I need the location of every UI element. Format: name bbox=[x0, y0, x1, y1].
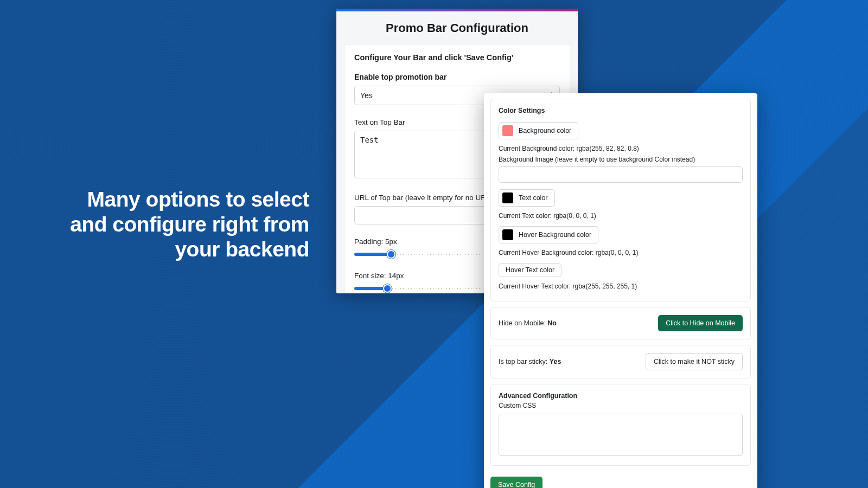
enable-select-value: Yes bbox=[360, 91, 373, 100]
config-instructions: Configure Your Bar and click 'Save Confi… bbox=[354, 53, 560, 62]
custom-css-label: Custom CSS bbox=[499, 402, 743, 409]
hide-mobile-button[interactable]: Click to Hide on Mobile bbox=[658, 315, 743, 331]
text-color-button[interactable]: Text color bbox=[499, 189, 555, 207]
background-image-label: Background Image (leave it empty to use … bbox=[499, 156, 743, 163]
hover-bg-color-button[interactable]: Hover Background color bbox=[499, 226, 598, 243]
enable-label: Enable top promotion bar bbox=[354, 73, 560, 81]
hover-text-color-button-label: Hover Text color bbox=[506, 266, 554, 274]
swatch-icon bbox=[502, 125, 513, 136]
text-color-current: Current Text color: rgba(0, 0, 0, 1) bbox=[499, 212, 743, 220]
save-button[interactable]: Save Config bbox=[490, 477, 542, 488]
swatch-icon bbox=[502, 229, 513, 240]
color-settings-title: Color Settings bbox=[499, 107, 743, 114]
page-title: Promo Bar Configuration bbox=[336, 11, 578, 44]
hide-mobile-label: Hide on Mobile: No bbox=[499, 319, 557, 327]
hover-bg-color-current: Current Hover Background color: rgba(0, … bbox=[499, 249, 743, 256]
hover-bg-color-button-label: Hover Background color bbox=[519, 231, 591, 239]
advanced-title: Advanced Configuration bbox=[499, 392, 743, 400]
custom-css-input[interactable] bbox=[499, 414, 743, 456]
background-color-current: Current Background color: rgba(255, 82, … bbox=[499, 145, 743, 152]
color-settings-card: Color Settings Background color Current … bbox=[490, 99, 751, 301]
save-row: Save Config bbox=[484, 471, 757, 488]
text-color-button-label: Text color bbox=[519, 194, 548, 202]
hide-mobile-card: Hide on Mobile: No Click to Hide on Mobi… bbox=[490, 307, 751, 339]
background-image-input[interactable] bbox=[499, 166, 743, 183]
swatch-icon bbox=[502, 192, 513, 203]
hover-text-color-button[interactable]: Hover Text color bbox=[499, 263, 561, 277]
sticky-card: Is top bar sticky: Yes Click to make it … bbox=[490, 345, 751, 378]
color-settings-panel: Color Settings Background color Current … bbox=[484, 93, 757, 488]
sticky-toggle-button[interactable]: Click to make it NOT sticky bbox=[646, 353, 743, 370]
sticky-label: Is top bar sticky: Yes bbox=[499, 358, 561, 365]
hover-text-color-current: Current Hover Text color: rgba(255, 255,… bbox=[499, 282, 743, 290]
hero-headline: Many options to select and configure rig… bbox=[54, 187, 309, 262]
background-color-button[interactable]: Background color bbox=[499, 122, 578, 139]
background-color-button-label: Background color bbox=[519, 127, 571, 134]
advanced-card: Advanced Configuration Custom CSS bbox=[490, 384, 751, 466]
